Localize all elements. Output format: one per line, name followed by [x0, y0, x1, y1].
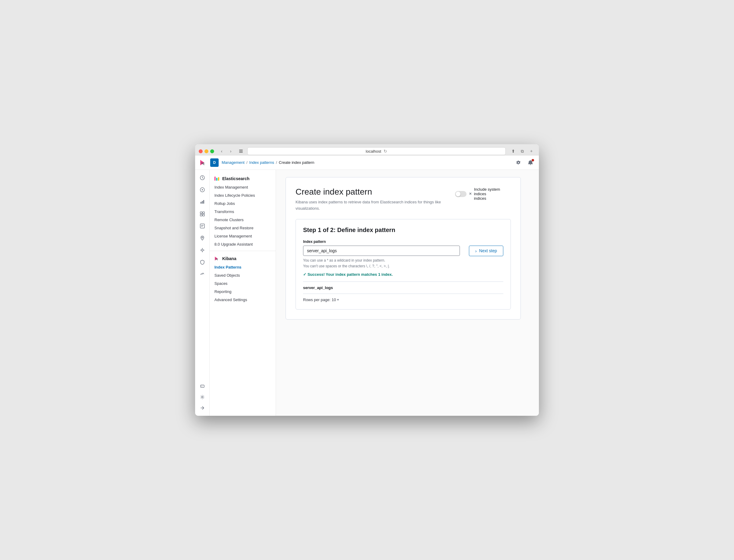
main-content: Create index pattern Kibana uses index p… — [276, 170, 539, 416]
nav-item-license-management[interactable]: License Management — [210, 232, 276, 240]
input-hints: You can use a * as a wildcard in your in… — [303, 258, 462, 269]
nav-divider — [210, 251, 276, 251]
back-button[interactable]: ‹ — [218, 147, 226, 155]
nav-sidebar: Elasticsearch Index Management Index Lif… — [210, 170, 276, 416]
nav-item-upgrade-assistant[interactable]: 8.0 Upgrade Assistant — [210, 240, 276, 248]
svg-rect-7 — [202, 201, 203, 204]
include-system-label: Include system indices — [474, 187, 511, 196]
nav-item-snapshot-restore[interactable]: Snapshot and Restore — [210, 224, 276, 232]
nav-item-index-patterns[interactable]: Index Patterns — [210, 263, 276, 271]
expand-icon-button[interactable] — [197, 403, 208, 413]
breadcrumb-management[interactable]: Management — [222, 160, 245, 165]
svg-rect-1 — [239, 151, 243, 151]
nav-item-index-lifecycle[interactable]: Index Lifecycle Policies — [210, 191, 276, 199]
address-bar[interactable]: localhost ↻ — [247, 147, 506, 155]
hint-line-1: You can use a * as a wildcard in your in… — [303, 258, 462, 263]
include-system-toggle[interactable]: ✕ Include system indices indices — [455, 187, 511, 201]
page-description: Kibana uses index patterns to retrieve d… — [296, 199, 455, 212]
field-label: Index pattern — [303, 240, 462, 244]
reload-button[interactable]: ↻ — [383, 149, 387, 154]
index-pattern-input[interactable] — [303, 246, 460, 256]
uptime-icon-button[interactable] — [197, 269, 208, 280]
traffic-lights — [199, 149, 214, 153]
elasticsearch-section-header: Elasticsearch — [210, 173, 276, 183]
minimize-traffic-light[interactable] — [205, 149, 208, 153]
share-button[interactable]: ⬆ — [509, 147, 517, 155]
matched-index: server_api_logs — [303, 282, 503, 290]
kibana-section-header: Kibana — [210, 253, 276, 263]
indices-label: indices — [474, 196, 511, 201]
dashboard-icon-button[interactable] — [197, 208, 208, 219]
clock-icon-button[interactable] — [197, 172, 208, 183]
forward-button[interactable]: › — [227, 147, 235, 155]
svg-point-23 — [202, 396, 203, 398]
svg-point-16 — [202, 249, 203, 251]
settings-icon-button[interactable] — [513, 158, 523, 167]
siem-icon-button[interactable] — [197, 257, 208, 268]
nav-item-reporting[interactable]: Reporting — [210, 288, 276, 296]
breadcrumb-sep-2: / — [276, 160, 277, 165]
svg-rect-8 — [203, 200, 204, 204]
chevron-down-icon: ▾ — [337, 298, 339, 302]
sidebar-toggle-button[interactable] — [237, 147, 245, 155]
svg-point-5 — [202, 189, 203, 190]
hint-line-2: You can't use spaces or the characters \… — [303, 263, 462, 269]
discover-icon-button[interactable] — [197, 184, 208, 195]
svg-rect-9 — [200, 212, 202, 214]
maps-icon-button[interactable] — [197, 233, 208, 243]
step-box: Step 1 of 2: Define index pattern Index … — [296, 219, 511, 310]
nav-item-rollup-jobs[interactable]: Rollup Jobs — [210, 199, 276, 208]
nav-item-index-management[interactable]: Index Management — [210, 183, 276, 191]
next-step-chevron: › — [475, 248, 477, 253]
step-title: Step 1 of 2: Define index pattern — [303, 227, 503, 234]
visualize-icon-button[interactable] — [197, 196, 208, 207]
next-step-button[interactable]: › Next step — [469, 246, 503, 256]
breadcrumb-current: Create index pattern — [279, 160, 315, 165]
svg-rect-2 — [239, 152, 243, 153]
rows-per-page-label: Rows per page: 10 — [303, 297, 336, 302]
toggle-track — [455, 191, 466, 197]
new-tab-button[interactable]: ＋ — [527, 147, 535, 155]
page-title: Create index pattern — [296, 187, 455, 197]
svg-rect-10 — [203, 212, 205, 214]
success-message: ✓ Success! Your index pattern matches 1 … — [303, 272, 462, 277]
svg-rect-0 — [239, 150, 243, 150]
rows-per-page[interactable]: Rows per page: 10 ▾ — [303, 294, 503, 302]
svg-rect-11 — [200, 214, 202, 216]
notification-button[interactable] — [526, 158, 535, 167]
nav-item-saved-objects[interactable]: Saved Objects — [210, 271, 276, 279]
svg-rect-6 — [201, 202, 202, 204]
success-icon: ✓ Success! Your index pattern matches 1 … — [303, 272, 392, 277]
svg-rect-13 — [200, 224, 205, 228]
close-traffic-light[interactable] — [199, 149, 203, 153]
toggle-thumb — [456, 192, 460, 196]
breadcrumb: Management / Index patterns / Create ind… — [222, 160, 510, 165]
kibana-logo — [199, 158, 207, 167]
management-icon-button[interactable] — [197, 392, 208, 403]
breadcrumb-sep-1: / — [246, 160, 248, 165]
next-step-label: Next step — [479, 248, 497, 253]
maximize-traffic-light[interactable] — [210, 149, 214, 153]
nav-item-remote-clusters[interactable]: Remote Clusters — [210, 216, 276, 224]
toggle-close-icon: ✕ — [469, 192, 472, 196]
duplicate-button[interactable]: ⧉ — [518, 147, 526, 155]
ml-icon-button[interactable] — [197, 245, 208, 256]
page-card: Create index pattern Kibana uses index p… — [286, 177, 521, 320]
apm-icon-button[interactable] — [197, 381, 208, 392]
notification-badge — [532, 159, 534, 161]
nav-item-transforms[interactable]: Transforms — [210, 208, 276, 216]
url-text: localhost — [366, 149, 381, 154]
avatar[interactable]: D — [210, 158, 219, 167]
icon-sidebar — [195, 170, 210, 416]
nav-item-spaces[interactable]: Spaces — [210, 279, 276, 288]
svg-rect-12 — [203, 214, 205, 216]
breadcrumb-index-patterns[interactable]: Index patterns — [250, 160, 274, 165]
nav-item-advanced-settings[interactable]: Advanced Settings — [210, 296, 276, 304]
app-header: D Management / Index patterns / Create i… — [195, 155, 539, 170]
canvas-icon-button[interactable] — [197, 221, 208, 231]
